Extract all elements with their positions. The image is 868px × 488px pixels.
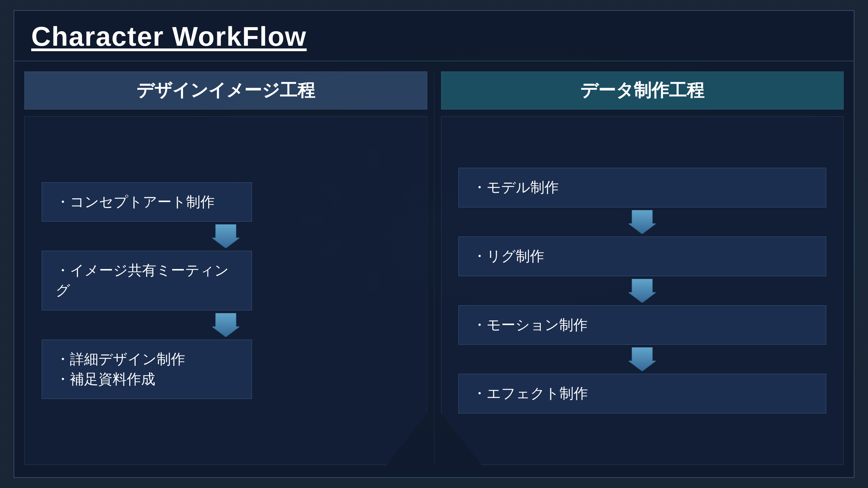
title-bar: Character WorkFlow <box>14 11 854 61</box>
step-model: ・モデル制作 <box>458 168 827 207</box>
step-effect: ・エフェクト制作 <box>458 374 827 413</box>
step-image-meeting: ・イメージ共有ミーティング <box>42 251 252 310</box>
svg-marker-25 <box>629 279 656 303</box>
svg-marker-27 <box>629 347 656 371</box>
content-area: デザインイメージ工程 ・コンセプトアート制作 <box>14 61 854 475</box>
step-concept-art: ・コンセプトアート制作 <box>42 182 252 222</box>
step-rig: ・リグ制作 <box>458 237 827 276</box>
step-motion: ・モーション制作 <box>458 305 827 345</box>
page-title: Character WorkFlow <box>31 21 837 52</box>
left-panel: デザインイメージ工程 ・コンセプトアート制作 <box>24 72 434 465</box>
left-section-header: デザインイメージ工程 <box>24 72 427 109</box>
right-panel: データ制作工程 ・モデル制作 <box>434 72 844 465</box>
svg-marker-19 <box>212 224 239 248</box>
left-inner-container: ・コンセプトアート制作 <box>24 116 427 465</box>
main-container: Character WorkFlow デザインイメージ工程 ・コンセプトアート制… <box>14 10 854 478</box>
arrow-2 <box>42 310 410 340</box>
arrow-3 <box>458 207 827 237</box>
svg-marker-21 <box>212 313 239 337</box>
arrow-1 <box>42 222 410 251</box>
svg-marker-23 <box>629 210 656 234</box>
arrow-4 <box>458 276 827 305</box>
right-section-header: データ制作工程 <box>441 72 844 109</box>
right-inner-container: ・モデル制作 <box>441 116 844 465</box>
arrow-5 <box>458 345 827 374</box>
step-detail-design: ・詳細デザイン制作 ・補足資料作成 <box>42 340 252 399</box>
